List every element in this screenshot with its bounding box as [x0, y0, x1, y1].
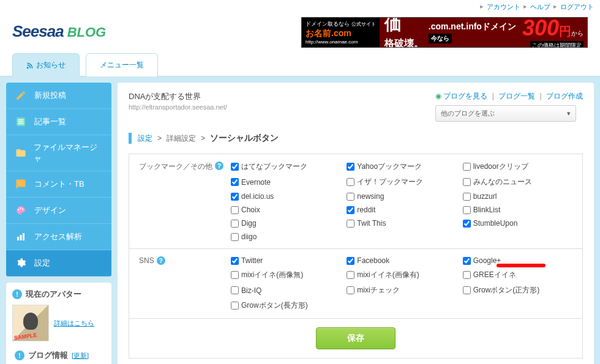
tab-notice[interactable]: お知らせ: [12, 53, 80, 76]
checkbox-item[interactable]: はてなブックマーク: [231, 162, 340, 172]
avatar-detail-link[interactable]: 詳細はこちら: [54, 319, 94, 328]
chart-icon: [15, 231, 27, 243]
sidebar-item-new-post[interactable]: 新規投稿: [6, 83, 111, 109]
checkbox-input[interactable]: [347, 257, 354, 265]
checkbox-input[interactable]: [347, 271, 354, 279]
sidebar-item-analytics[interactable]: アクセス解析: [6, 224, 111, 250]
blog-select-dropdown[interactable]: 他のブログを選ぶ ▾: [435, 105, 576, 122]
blog-info-update-link[interactable]: [更新]: [72, 351, 89, 360]
save-button[interactable]: 保存: [316, 327, 396, 349]
sample-label: SAMPLE: [13, 332, 37, 341]
checkbox-label: Twit This: [357, 219, 386, 228]
view-blog-link[interactable]: ブログを見る: [443, 92, 487, 100]
account-link[interactable]: アカウント: [487, 2, 520, 12]
checkbox-item[interactable]: StumbleUpon: [463, 219, 572, 228]
sidebar-item-article-list[interactable]: 記事一覧: [6, 109, 111, 135]
ad-text: この価格は期間限定: [530, 41, 583, 48]
sidebar-item-label: 新規投稿: [34, 90, 66, 101]
checkbox-item[interactable]: Digg: [231, 219, 340, 228]
checkbox-item[interactable]: Growボタン(正方形): [463, 285, 572, 295]
help-icon[interactable]: ?: [157, 256, 165, 265]
checkbox-input[interactable]: [463, 178, 471, 186]
checkbox-input[interactable]: [347, 163, 354, 171]
checkbox-item[interactable]: mixiチェック: [347, 285, 456, 295]
breadcrumb-sep: >: [157, 134, 162, 143]
checkbox-input[interactable]: [231, 220, 239, 228]
sidebar-item-design[interactable]: デザイン: [6, 198, 111, 224]
checkbox-input[interactable]: [231, 163, 239, 171]
sidebar-item-file-manager[interactable]: ファイルマネージャ: [6, 135, 111, 171]
checkbox-input[interactable]: [463, 286, 471, 294]
settings-panel: ブックマーク／その他 ? はてなブックマークYahooブックマークlivedoo…: [129, 154, 583, 358]
checkbox-input[interactable]: [463, 257, 471, 265]
checkbox-label: はてなブックマーク: [241, 162, 307, 172]
checkbox-item[interactable]: Twit This: [347, 219, 456, 228]
ad-text: 今なら: [429, 34, 452, 43]
sidebar-item-settings[interactable]: 設定: [6, 250, 111, 277]
checkbox-item[interactable]: diigo: [231, 232, 340, 241]
checkbox-input[interactable]: [231, 178, 239, 186]
checkbox-input[interactable]: [231, 286, 239, 294]
checkbox-item[interactable]: Google+: [463, 256, 572, 265]
ad-text: お名前.com: [306, 28, 376, 39]
logo[interactable]: Seesaa BLOG: [12, 17, 106, 41]
checkbox-input[interactable]: [347, 178, 354, 186]
checkbox-item[interactable]: Facebook: [347, 256, 456, 265]
checkbox-item[interactable]: みんなのニュース: [463, 177, 572, 187]
blog-list-link[interactable]: ブログ一覧: [498, 92, 535, 100]
checkbox-input[interactable]: [347, 193, 354, 201]
checkbox-input[interactable]: [231, 271, 239, 279]
checkbox-item[interactable]: reddit: [347, 206, 456, 214]
checkbox-item[interactable]: Evernote: [231, 177, 340, 187]
svg-rect-3: [18, 123, 24, 124]
checkbox-item[interactable]: Biz-IQ: [231, 285, 340, 295]
checkbox-item[interactable]: Choix: [231, 206, 340, 214]
nav-arrow: ▸: [480, 2, 484, 12]
sidebar-item-comment-tb[interactable]: コメント・TB: [6, 171, 111, 198]
checkbox-item[interactable]: BlinkList: [463, 206, 572, 214]
checkbox-label: Choix: [241, 206, 260, 214]
checkbox-item[interactable]: buzzurl: [463, 192, 572, 201]
checkbox-item[interactable]: イザ！ブックマーク: [347, 177, 456, 187]
checkbox-item[interactable]: GREEイイネ: [463, 270, 572, 280]
breadcrumb-settings[interactable]: 設定: [138, 133, 152, 144]
checkbox-item[interactable]: Yahooブックマーク: [347, 162, 456, 172]
checkbox-input[interactable]: [231, 257, 239, 265]
checkbox-label: Yahooブックマーク: [357, 162, 422, 172]
checkbox-input[interactable]: [231, 206, 239, 214]
checkbox-item[interactable]: livedoorクリップ: [463, 162, 572, 172]
checkbox-input[interactable]: [463, 271, 471, 279]
blog-url: http://eltransportador.seesaa.net/: [129, 103, 227, 111]
checkbox-input[interactable]: [231, 233, 239, 241]
checkbox-item[interactable]: Growボタン(長方形): [231, 300, 340, 311]
blog-create-link[interactable]: ブログ作成: [546, 92, 583, 100]
checkbox-label: BlinkList: [473, 206, 501, 214]
checkbox-label: livedoorクリップ: [473, 162, 528, 172]
checkbox-item[interactable]: del.icio.us: [231, 192, 340, 201]
checkbox-input[interactable]: [463, 163, 471, 171]
checkbox-input[interactable]: [463, 193, 471, 201]
checkbox-input[interactable]: [463, 220, 471, 228]
tab-menu[interactable]: メニュー一覧: [86, 53, 158, 76]
help-icon[interactable]: ?: [215, 162, 223, 170]
checkbox-item[interactable]: newsing: [347, 192, 456, 201]
blog-title: DNAが支配する世界: [129, 91, 227, 102]
checkbox-input[interactable]: [347, 220, 354, 228]
checkbox-item[interactable]: Twitter: [231, 256, 340, 265]
checkbox-item[interactable]: mixiイイネ(画像無): [231, 270, 340, 280]
highlight-mark: [497, 264, 546, 267]
checkbox-input[interactable]: [231, 193, 239, 201]
nav-arrow: ▸: [553, 2, 557, 12]
top-nav: ▸ アカウント ▸ ヘルプ ▸ ログアウト: [0, 0, 600, 14]
logout-link[interactable]: ログアウト: [560, 2, 594, 12]
tab-label: お知らせ: [36, 60, 66, 70]
checkbox-item[interactable]: mixiイイネ(画像有): [347, 270, 456, 280]
checkbox-input[interactable]: [347, 286, 354, 294]
ad-banner[interactable]: ドメイン取るなら 公式サイト お名前.com http://www.onamae…: [301, 17, 588, 48]
checkbox-label: GREEイイネ: [473, 270, 516, 280]
checkbox-input[interactable]: [347, 206, 354, 214]
checkbox-input[interactable]: [231, 302, 239, 310]
breadcrumb-sep: >: [201, 134, 205, 143]
checkbox-input[interactable]: [463, 206, 471, 214]
help-link[interactable]: ヘルプ: [530, 2, 550, 12]
